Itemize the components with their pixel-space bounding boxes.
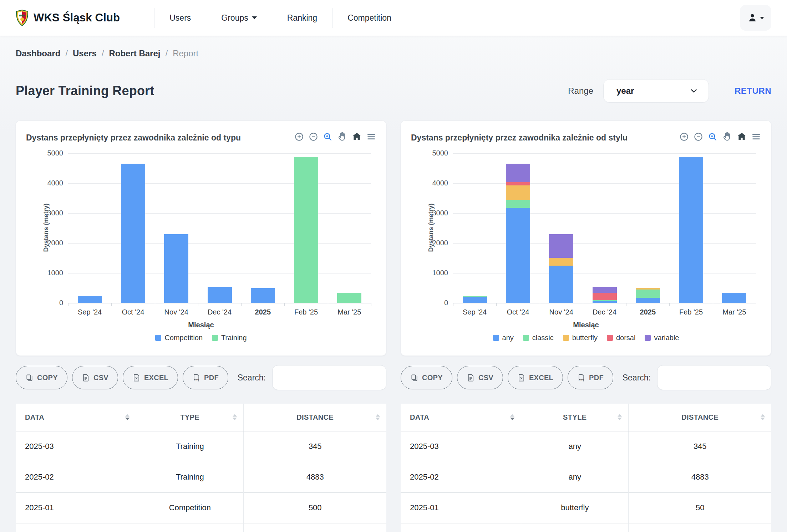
- nav-item-ranking[interactable]: Ranking: [272, 8, 332, 28]
- pan-icon[interactable]: [337, 132, 347, 142]
- bar-segment-classic[interactable]: [463, 296, 487, 297]
- column-header-data[interactable]: DATA: [401, 404, 521, 431]
- bar-segment-any[interactable]: [722, 293, 746, 303]
- excel-button[interactable]: EXCEL: [123, 366, 178, 389]
- search-input[interactable]: [272, 365, 386, 390]
- selection-zoom-icon[interactable]: [323, 132, 332, 142]
- pan-icon[interactable]: [722, 132, 732, 142]
- bar-segment-classic[interactable]: [636, 290, 660, 298]
- sort-icon: [233, 414, 237, 420]
- csv-button[interactable]: CSV: [457, 366, 503, 389]
- x-axis-tick-label: Nov '24: [540, 308, 583, 316]
- legend-item-dorsal[interactable]: dorsal: [607, 334, 635, 342]
- bar-segment-competition[interactable]: [251, 288, 275, 303]
- table-cell: 2025-03: [16, 431, 136, 462]
- legend-item-competition[interactable]: Competition: [155, 334, 203, 342]
- search-input[interactable]: [657, 365, 771, 390]
- column-header-type[interactable]: TYPE: [136, 404, 244, 431]
- nav-item-users[interactable]: Users: [154, 8, 206, 28]
- table-cell: 2025-03: [401, 431, 521, 462]
- page-title: Player Training Report: [16, 83, 154, 98]
- copy-button[interactable]: COPY: [16, 366, 67, 389]
- legend-item-any[interactable]: any: [493, 334, 514, 342]
- chevron-down-icon: [689, 86, 699, 96]
- x-axis-tick-label: Sep '24: [453, 308, 496, 316]
- bar-segment-any[interactable]: [636, 298, 660, 303]
- x-axis-tick: [155, 303, 155, 306]
- legend-item-training[interactable]: Training: [212, 334, 247, 342]
- bar-segment-variable[interactable]: [549, 234, 573, 258]
- excel-button[interactable]: EXCEL: [508, 366, 563, 389]
- pdf-button[interactable]: PNG PDF: [568, 366, 613, 389]
- pdf-button[interactable]: PNG PDF: [183, 366, 228, 389]
- gridline: [68, 303, 371, 303]
- user-menu-button[interactable]: [740, 5, 771, 31]
- column-header-data[interactable]: DATA: [16, 404, 136, 431]
- column-header-distance[interactable]: DISTANCE: [629, 404, 771, 431]
- zoom-in-icon[interactable]: [294, 132, 304, 142]
- bar-segment-butterfly[interactable]: [636, 288, 660, 290]
- breadcrumb-link-users[interactable]: Users: [73, 48, 97, 58]
- table-cell: [16, 523, 136, 532]
- bar-segment-training[interactable]: [294, 157, 318, 303]
- chart-legend: CompetitionTraining: [26, 334, 376, 342]
- legend-item-classic[interactable]: classic: [523, 334, 554, 342]
- y-axis-tick-label: 0: [423, 299, 448, 307]
- menu-icon[interactable]: [751, 132, 761, 142]
- csv-button[interactable]: CSV: [72, 366, 118, 389]
- table-cell: any: [521, 431, 629, 462]
- table-cell: [244, 523, 386, 532]
- copy-button[interactable]: COPY: [401, 366, 452, 389]
- bar-segment-any[interactable]: [463, 297, 487, 303]
- file-csv-icon: [82, 374, 90, 382]
- breadcrumb-link-dashboard[interactable]: Dashboard: [16, 48, 60, 58]
- range-selected-value: year: [616, 86, 634, 96]
- brand-title: WKS Śląsk Club: [34, 11, 120, 24]
- zoom-out-icon[interactable]: [694, 132, 703, 142]
- bar-segment-classic[interactable]: [506, 200, 530, 208]
- legend-swatch: [212, 335, 218, 341]
- bar-segment-variable[interactable]: [593, 287, 617, 293]
- x-axis-title: Miesiąc: [26, 321, 376, 329]
- zoom-out-icon[interactable]: [309, 132, 318, 142]
- sort-desc-arrow: [376, 418, 380, 420]
- table-cell: [521, 523, 629, 532]
- bar-segment-any[interactable]: [593, 301, 617, 303]
- bar-segment-any[interactable]: [549, 266, 573, 303]
- return-button[interactable]: RETURN: [735, 86, 771, 96]
- home-icon[interactable]: [737, 132, 747, 142]
- menu-icon[interactable]: [366, 132, 376, 142]
- main-nav: UsersGroupsRankingCompetition: [154, 8, 407, 28]
- nav-item-competition[interactable]: Competition: [332, 8, 407, 28]
- bar-segment-competition[interactable]: [78, 296, 102, 303]
- bar-segment-competition[interactable]: [164, 234, 188, 303]
- home-icon[interactable]: [352, 132, 362, 142]
- zoom-in-icon[interactable]: [679, 132, 689, 142]
- breadcrumb-link-robert-barej[interactable]: Robert Barej: [109, 48, 160, 58]
- x-axis-tick-label: Feb '25: [284, 308, 328, 316]
- selection-zoom-icon[interactable]: [708, 132, 717, 142]
- bar-segment-classic[interactable]: [593, 300, 617, 301]
- gridline: [453, 243, 756, 244]
- bar-segment-any[interactable]: [679, 157, 703, 303]
- range-select[interactable]: year: [603, 79, 709, 103]
- nav-item-groups[interactable]: Groups: [206, 8, 271, 28]
- legend-swatch: [155, 335, 161, 341]
- bar-segment-training[interactable]: [337, 293, 361, 303]
- column-header-style[interactable]: STYLE: [521, 404, 629, 431]
- bar-segment-dorsal[interactable]: [593, 293, 617, 300]
- legend-item-butterfly[interactable]: butterfly: [563, 334, 598, 342]
- brand[interactable]: WKS Śląsk Club: [16, 10, 120, 26]
- bar-segment-any[interactable]: [506, 208, 530, 303]
- copy-icon: [25, 374, 34, 382]
- bar-segment-dorsal[interactable]: [506, 182, 530, 185]
- bar-segment-competition[interactable]: [121, 164, 145, 303]
- report-column: Dystans przepłynięty przez zawodnika zal…: [16, 121, 386, 532]
- legend-item-variable[interactable]: variable: [645, 334, 679, 342]
- bar-segment-butterfly[interactable]: [506, 185, 530, 200]
- bar-segment-variable[interactable]: [506, 164, 530, 182]
- sort-icon: [510, 414, 514, 420]
- bar-segment-competition[interactable]: [208, 287, 232, 303]
- column-header-distance[interactable]: DISTANCE: [244, 404, 386, 431]
- bar-segment-butterfly[interactable]: [549, 258, 573, 266]
